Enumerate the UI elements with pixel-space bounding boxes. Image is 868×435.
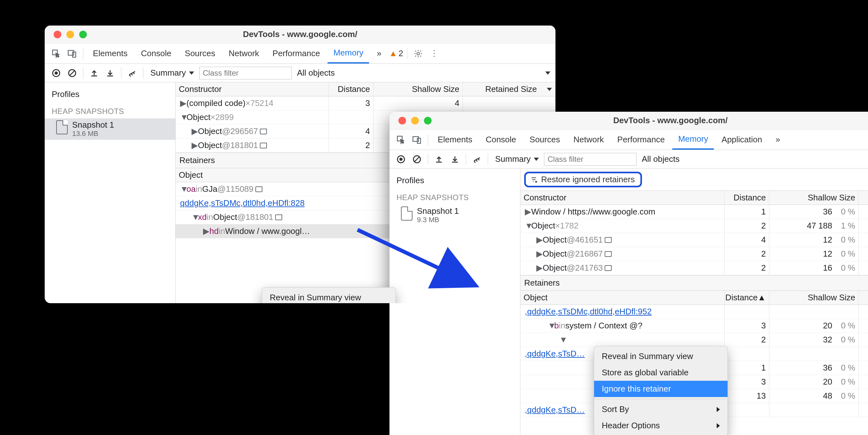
col-constructor[interactable]: Constructor [176,82,329,96]
col-retained[interactable]: Retained Size [859,191,868,205]
caret-down-icon[interactable]: ▼ [548,321,554,331]
heap-snapshots-heading: HEAP SNAPSHOTS [45,102,175,118]
tab-console[interactable]: Console [135,43,177,63]
tab-network[interactable]: Network [223,43,265,63]
menu-reveal[interactable]: Reveal in Summary view [262,289,396,303]
col-constructor[interactable]: Constructor [520,191,725,205]
upload-icon[interactable] [87,66,101,80]
tab-overflow-icon[interactable]: » [770,130,786,150]
inspect-icon[interactable] [394,133,408,147]
source-link[interactable]: ,qddgKe,sTsDMc,dtl0hd,eHDfl:952 [525,307,652,317]
download-icon[interactable] [103,66,117,80]
external-icon[interactable] [260,129,267,134]
caret-down-icon[interactable]: ▼ [191,212,198,222]
col-object[interactable]: Object [520,291,725,305]
external-icon[interactable] [275,215,282,220]
retainers-header: Object Distance▲ Shallow Size Retained S… [520,291,868,305]
inspect-icon[interactable] [49,46,63,61]
gear-icon[interactable] [411,46,425,61]
scope-select[interactable]: All objects [294,68,338,78]
menu-store-global[interactable]: Store as global variable [594,365,727,381]
menu-ignore-retainer[interactable]: Ignore this retainer [594,381,727,397]
svg-point-3 [417,52,420,55]
tab-elements[interactable]: Elements [87,43,133,63]
record-icon[interactable] [49,66,63,80]
caret-right-icon[interactable]: ▶ [536,249,543,259]
class-filter-input[interactable] [199,67,292,80]
table-row[interactable]: ▶ (compiled code) ×75214 3 4 [176,96,555,111]
menu-header-options[interactable]: Header Options [594,417,727,434]
caret-right-icon[interactable]: ▶ [203,226,209,236]
class-filter-input[interactable] [544,153,637,166]
table-row[interactable]: ▶ Object @216867 2 120 %622 3767 % [520,247,868,261]
external-icon[interactable] [604,265,612,271]
table-row[interactable]: ▼ b in system / Context @? 3 200 %200 % [520,319,868,333]
table-row[interactable]: ▶ Object @461651 4 120 %2 251 04824 % [520,233,868,247]
gc-icon[interactable] [125,66,139,80]
menu-sort-by[interactable]: Sort By [594,401,727,417]
tab-overflow-icon[interactable]: » [371,43,387,63]
source-link[interactable]: ,qddgKe,sTsD… [525,405,585,415]
tab-performance[interactable]: Performance [267,43,326,63]
gc-icon[interactable] [470,152,484,166]
upload-icon[interactable] [432,152,446,166]
col-shallow[interactable]: Shallow Size [373,82,463,96]
caret-right-icon[interactable]: ▶ [180,98,186,108]
device-icon[interactable] [65,46,79,61]
caret-right-icon[interactable]: ▶ [525,207,531,217]
warnings-badge[interactable]: ▲2 [389,49,403,58]
caret-down-icon[interactable]: ▼ [180,184,186,194]
tab-elements[interactable]: Elements [432,130,478,150]
clear-icon[interactable] [65,66,79,80]
col-retained[interactable]: Retained Size [859,291,868,305]
col-distance[interactable]: Distance▲ [725,291,769,305]
caret-right-icon[interactable]: ▶ [536,235,543,245]
table-row[interactable]: ▶ Object @241763 2 160 %87 1121 % [520,261,868,275]
snapshot-item[interactable]: Snapshot 1 13.6 MB [45,118,175,140]
scope-select[interactable]: All objects [639,154,683,164]
tab-memory[interactable]: Memory [672,130,714,150]
col-retained[interactable]: Retained Size [463,82,555,96]
snapshot-size: 9.3 MB [417,216,459,224]
external-icon[interactable] [260,143,267,148]
table-row[interactable]: ▼ Object ×1782 2 47 1881 %3 580 57639 % [520,219,868,233]
external-icon[interactable] [604,251,612,257]
caret-right-icon[interactable]: ▶ [191,141,198,150]
source-link[interactable]: ,qddgKe,sTsD… [525,349,585,359]
caret-right-icon[interactable]: ▶ [191,126,198,136]
col-distance[interactable]: Distance [329,82,373,96]
table-row[interactable]: ,qddgKe,sTsDMc,dtl0hd,eHDfl:952 [520,305,868,319]
tab-performance[interactable]: Performance [612,130,671,150]
tab-sources[interactable]: Sources [524,130,566,150]
col-shallow[interactable]: Shallow Size [769,191,859,205]
tab-sources[interactable]: Sources [179,43,221,63]
caret-right-icon[interactable]: ▶ [536,263,543,273]
table-row[interactable]: ▼ 2 320 %1360 % [520,333,868,347]
restore-ignored-retainers-button[interactable]: Restore ignored retainers [524,172,642,187]
table-row[interactable]: ▶ Window / https://www.google.com 1 360 … [520,205,868,219]
more-icon[interactable]: ⋮ [427,46,441,61]
source-link[interactable]: qddgKe,sTsDMc,dtl0hd,eHDfl:828 [180,198,305,208]
tab-console[interactable]: Console [480,130,522,150]
clear-icon[interactable] [410,152,424,166]
tab-memory[interactable]: Memory [328,43,369,63]
snapshot-item[interactable]: Snapshot 1 9.3 MB [390,205,520,226]
col-shallow[interactable]: Shallow Size [769,291,859,305]
snapshot-name: Snapshot 1 [72,120,114,130]
device-icon[interactable] [410,133,424,147]
external-icon[interactable] [255,186,262,192]
tab-application[interactable]: Application [716,130,768,150]
col-distance[interactable]: Distance [725,191,769,205]
caret-down-icon[interactable]: ▼ [525,221,531,231]
caret-down-icon[interactable]: ▼ [559,335,566,345]
record-icon[interactable] [394,152,408,166]
caret-down-icon[interactable]: ▼ [180,112,186,122]
context-menu: Reveal in Summary view Store as global v… [262,287,396,303]
menu-reveal[interactable]: Reveal in Summary view [594,348,727,365]
view-select[interactable]: Summary [147,68,197,78]
external-icon[interactable] [604,237,612,243]
view-select[interactable]: Summary [492,154,542,164]
tab-network[interactable]: Network [567,130,610,150]
download-icon[interactable] [448,152,462,166]
caret-down-icon[interactable] [545,71,550,75]
